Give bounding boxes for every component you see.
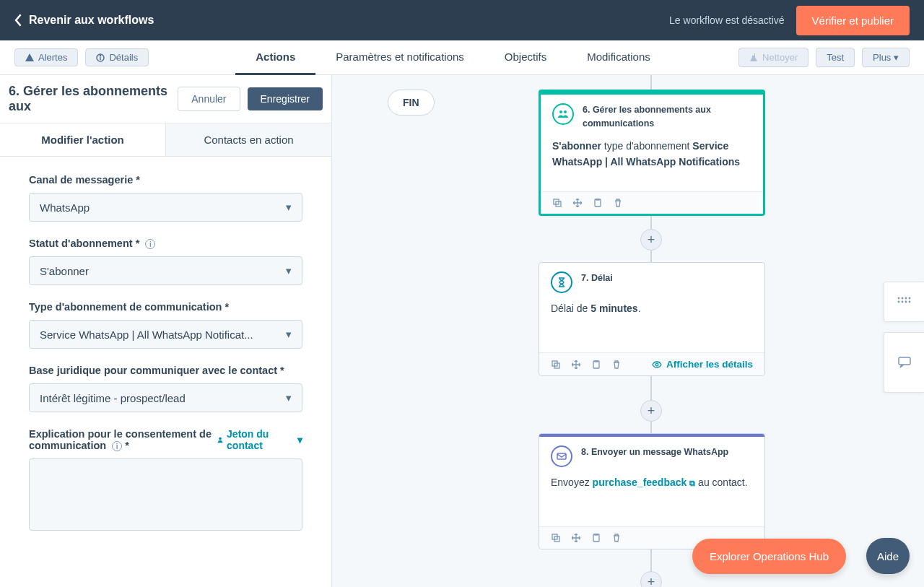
svg-point-2	[100, 55, 101, 56]
info-icon[interactable]: i	[145, 239, 155, 249]
tab-objectives[interactable]: Objectifs	[484, 40, 567, 75]
copy-icon[interactable]	[551, 360, 561, 370]
clipboard-icon[interactable]	[593, 198, 603, 208]
contact-token-link[interactable]: Jeton du contact ▾	[217, 428, 302, 451]
comment-icon[interactable]	[884, 332, 924, 393]
show-details-link[interactable]: Afficher les détails	[652, 359, 753, 370]
add-action-button[interactable]: +	[640, 571, 662, 587]
subtab-edit-action[interactable]: Modifier l'action	[0, 123, 166, 156]
clean-button[interactable]: Nettoyer	[738, 48, 808, 67]
card-footer: Afficher les détails	[539, 352, 764, 375]
channel-select[interactable]: WhatsApp ▾	[29, 193, 302, 222]
grid-handle-icon[interactable]	[884, 282, 924, 322]
details-button[interactable]: Détails	[85, 48, 149, 66]
back-to-workflows-link[interactable]: Revenir aux workflows	[14, 14, 154, 27]
subtab-contacts-in-action[interactable]: Contacts en action	[166, 123, 331, 156]
legal-label: Base juridique pour communiquer avec le …	[29, 365, 302, 376]
card7-text1: Délai de	[551, 303, 590, 314]
workflow-canvas[interactable]: FIN 6. Gérer les abonnements aux communi…	[332, 75, 924, 587]
copy-icon[interactable]	[552, 198, 562, 208]
caret-down-icon: ▾	[297, 434, 302, 445]
hourglass-icon	[551, 271, 572, 293]
card-body: Envoyez purchase_feedback ⧉ au contact.	[539, 471, 764, 526]
chevron-down-icon: ▾	[286, 201, 292, 214]
cancel-button[interactable]: Annuler	[178, 87, 240, 111]
channel-value: WhatsApp	[40, 201, 90, 214]
chevron-down-icon: ▾	[286, 391, 292, 404]
trash-icon[interactable]	[611, 360, 622, 370]
status-select[interactable]: S'abonner ▾	[29, 256, 302, 285]
add-action-button[interactable]: +	[640, 229, 662, 251]
panel-subtabs: Modifier l'action Contacts en action	[0, 123, 331, 157]
copy-icon[interactable]	[551, 533, 561, 543]
panel-header: 6. Gérer les abonnements aux Annuler Enr…	[0, 75, 331, 123]
consent-textarea[interactable]	[29, 458, 302, 531]
trash-icon[interactable]	[613, 198, 623, 208]
workflow-disabled-text: Le workflow est désactivé	[669, 14, 785, 26]
tab-modifications[interactable]: Modifications	[567, 40, 671, 75]
eye-icon	[652, 360, 662, 370]
svg-point-5	[564, 110, 567, 113]
consent-required-mark: *	[125, 440, 129, 451]
svg-point-21	[901, 297, 903, 300]
move-icon[interactable]	[572, 198, 583, 208]
template-link[interactable]: purchase_feedback ⧉	[593, 477, 696, 488]
move-icon[interactable]	[571, 360, 581, 370]
details-label: Détails	[109, 52, 138, 63]
back-label: Revenir aux workflows	[29, 14, 154, 27]
workflow-card-7[interactable]: 7. Délai Délai de 5 minutes. Afficher le…	[539, 262, 765, 376]
form-body: Canal de messagerie * WhatsApp ▾ Statut …	[0, 157, 331, 567]
type-select[interactable]: Service WhatsApp | All WhatsApp Notifica…	[29, 320, 302, 349]
clipboard-icon[interactable]	[591, 360, 601, 370]
more-button[interactable]: Plus ▾	[862, 48, 910, 67]
help-button[interactable]: Aide	[866, 538, 910, 574]
status-label-text: Statut d'abonnement *	[29, 238, 139, 249]
card-title: 7. Délai	[581, 271, 613, 285]
consent-label: Explication pour le consentement de comm…	[29, 428, 217, 451]
card8-text1: Envoyez	[551, 477, 593, 488]
explore-operations-hub-button[interactable]: Explorer Operations Hub	[692, 539, 846, 574]
card7-bold: 5 minutes	[590, 303, 637, 314]
workflow-card-6[interactable]: 6. Gérer les abonnements aux communicati…	[539, 90, 765, 216]
card-footer	[541, 191, 763, 214]
type-value: Service WhatsApp | All WhatsApp Notifica…	[40, 329, 253, 341]
svg-point-20	[897, 297, 899, 300]
info-icon[interactable]: i	[112, 441, 122, 451]
form-group-status: Statut d'abonnement * i S'abonner ▾	[29, 238, 302, 285]
card-head: 7. Délai	[539, 263, 764, 297]
details-text: Afficher les détails	[666, 359, 753, 370]
user-icon	[217, 435, 224, 444]
verify-publish-button[interactable]: Vérifier et publier	[796, 6, 910, 35]
status-label: Statut d'abonnement * i	[29, 238, 302, 249]
card7-dot: .	[638, 303, 641, 314]
envelope-icon	[551, 445, 572, 467]
tab-actions[interactable]: Actions	[235, 40, 315, 75]
workflow-card-8[interactable]: 8. Envoyer un message WhatsApp Envoyez p…	[539, 433, 765, 549]
fin-node[interactable]: FIN	[388, 90, 435, 116]
svg-point-24	[897, 301, 899, 303]
test-button[interactable]: Test	[816, 48, 855, 67]
trash-icon[interactable]	[611, 533, 622, 543]
svg-point-25	[901, 301, 903, 303]
save-button[interactable]: Enregistrer	[248, 87, 323, 110]
clipboard-icon[interactable]	[591, 533, 601, 543]
move-icon[interactable]	[571, 533, 581, 543]
legal-value: Intérêt légitime - prospect/lead	[40, 392, 186, 404]
info-icon	[96, 53, 105, 62]
tab-settings[interactable]: Paramètres et notifications	[315, 40, 484, 75]
main-tabs: Actions Paramètres et notifications Obje…	[235, 40, 671, 75]
svg-point-27	[908, 301, 910, 303]
toolbar-left: Alertes Détails	[14, 48, 149, 66]
alerts-button[interactable]: Alertes	[14, 48, 78, 66]
more-label: Plus	[873, 52, 891, 63]
status-value: S'abonner	[40, 265, 89, 277]
card-head: 8. Envoyer un message WhatsApp	[539, 437, 764, 471]
legal-select[interactable]: Intérêt légitime - prospect/lead ▾	[29, 383, 302, 412]
card-title: 6. Gérer les abonnements aux communicati…	[583, 103, 751, 131]
card6-bold1: S'abonner	[552, 140, 601, 152]
card6-mid: type d'abonnement	[601, 140, 692, 152]
svg-point-22	[905, 297, 907, 300]
chevron-left-icon	[14, 14, 23, 27]
add-action-button[interactable]: +	[640, 400, 662, 422]
card8-text2: au contact.	[695, 477, 747, 488]
